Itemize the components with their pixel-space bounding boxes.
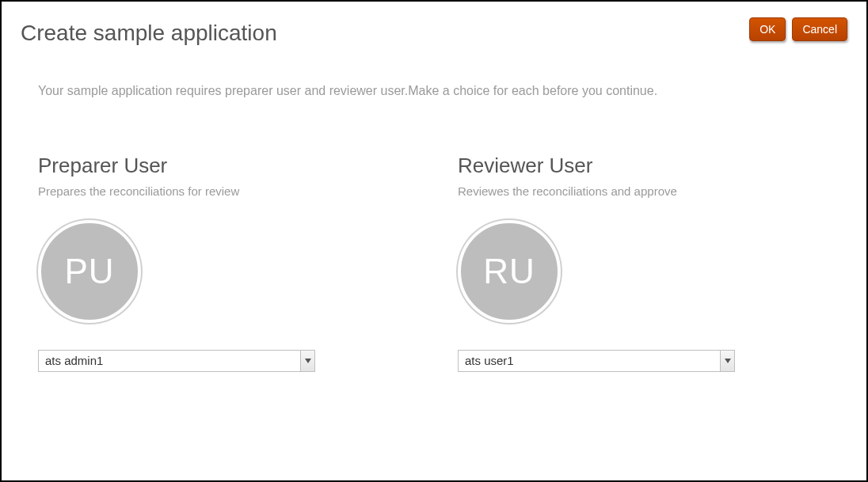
chevron-down-icon — [720, 351, 734, 371]
cancel-button[interactable]: Cancel — [792, 17, 847, 41]
reviewer-subtitle: Reviewes the reconciliations and approve — [458, 184, 830, 198]
reviewer-column: Reviewer User Reviewes the reconciliatio… — [458, 154, 830, 372]
chevron-down-icon — [300, 351, 314, 371]
reviewer-title: Reviewer User — [458, 154, 830, 178]
ok-button[interactable]: OK — [749, 17, 786, 41]
reviewer-user-select[interactable]: ats user1 — [458, 350, 735, 372]
svg-marker-1 — [725, 359, 731, 363]
create-sample-application-dialog: Create sample application OK Cancel Your… — [0, 0, 868, 482]
dialog-description: Your sample application requires prepare… — [38, 84, 847, 98]
user-columns: Preparer User Prepares the reconciliatio… — [38, 154, 847, 372]
reviewer-avatar: RU — [458, 220, 561, 323]
preparer-title: Preparer User — [38, 154, 410, 178]
preparer-select-value: ats admin1 — [39, 351, 300, 371]
reviewer-select-value: ats user1 — [459, 351, 720, 371]
preparer-column: Preparer User Prepares the reconciliatio… — [38, 154, 410, 372]
dialog-button-group: OK Cancel — [749, 17, 847, 41]
preparer-subtitle: Prepares the reconciliations for review — [38, 184, 410, 198]
page-title: Create sample application — [21, 21, 277, 46]
preparer-avatar-initials: PU — [64, 252, 114, 291]
reviewer-avatar-initials: RU — [483, 252, 535, 291]
svg-marker-0 — [305, 359, 311, 363]
preparer-avatar: PU — [38, 220, 141, 323]
preparer-user-select[interactable]: ats admin1 — [38, 350, 315, 372]
dialog-header: Create sample application OK Cancel — [21, 17, 847, 46]
